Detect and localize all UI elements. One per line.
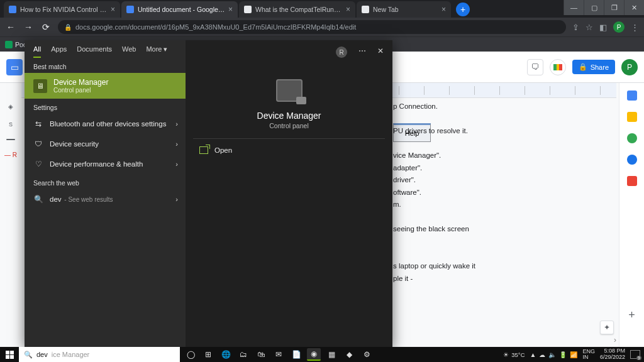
browser-tab[interactable]: New Tab ×	[357, 1, 451, 18]
back-button[interactable]: ←	[5, 22, 16, 32]
app-icon[interactable]: ▦	[325, 348, 338, 361]
restore-button[interactable]: ❐	[604, 0, 624, 15]
browser-tab[interactable]: What is the CompatTelRunner - C ×	[239, 1, 355, 18]
explorer-icon[interactable]: 🗂	[236, 348, 250, 361]
sun-icon: ☀	[503, 351, 509, 358]
reload-button[interactable]: ⟳	[40, 22, 52, 32]
forward-button[interactable]: →	[23, 22, 34, 32]
cortana-icon[interactable]: ◯	[184, 348, 197, 361]
tab-close-icon[interactable]: ×	[111, 5, 115, 14]
chrome-tab-strip: How to Fix NVIDIA Control Panel × Untitl…	[0, 0, 644, 18]
contacts-icon[interactable]	[627, 155, 637, 165]
share-page-icon[interactable]: ⇪	[572, 23, 579, 32]
doc-line	[393, 211, 607, 224]
taskbar-search-input[interactable]: 🔍 device Manager	[19, 347, 180, 362]
doc-line: p Connection.	[393, 101, 607, 113]
weather-widget[interactable]: ☀ 35°C	[503, 351, 525, 358]
settings-result[interactable]: 🛡 Device security ›	[25, 134, 186, 154]
keep-icon[interactable]	[627, 112, 637, 122]
maps-icon[interactable]	[627, 176, 637, 186]
start-menu-preview: R ⋯ ✕ Device Manager Control panel Open	[186, 40, 392, 347]
bluetooth-icon: ⇆	[33, 119, 43, 129]
taskbar-pinned: ◯ ⊞ 🌐 🗂 🛍 ✉ 📄 ◉ ▦ ◆ ⚙	[184, 348, 374, 361]
wifi-icon[interactable]: 📶	[570, 351, 577, 358]
doc-line: m.	[393, 199, 607, 211]
start-button[interactable]	[0, 347, 19, 362]
language-indicator[interactable]: ENG IN	[582, 349, 595, 360]
chrome-taskbar-icon[interactable]: ◉	[307, 348, 321, 361]
outline-toggle-icon[interactable]: ◈	[8, 103, 13, 110]
close-window-button[interactable]: ✕	[624, 0, 644, 15]
tray-overflow-icon[interactable]: ▲	[530, 351, 536, 358]
maximize-button[interactable]: ▢	[584, 0, 604, 15]
doc-line: driver".	[393, 174, 607, 187]
settings-result[interactable]: ⇆ Bluetooth and other devices settings ›	[25, 114, 186, 134]
favicon-icon	[244, 6, 252, 13]
clock[interactable]: 5:08 PM 6/29/2022	[600, 348, 625, 361]
web-result[interactable]: 🔍 dev - See web results ›	[25, 189, 186, 209]
lock-icon: 🔒	[579, 63, 587, 71]
battery-icon[interactable]: 🔋	[559, 351, 567, 358]
tasks-icon[interactable]	[627, 133, 637, 143]
chrome-menu-icon[interactable]: ⋮	[631, 23, 639, 32]
doc-line: adapter".	[393, 162, 607, 175]
account-avatar[interactable]: P	[621, 59, 638, 75]
share-button[interactable]: 🔒 Share	[572, 60, 615, 74]
browser-tab[interactable]: Untitled document - Google Doc ×	[121, 1, 238, 18]
calendar-icon[interactable]	[627, 90, 637, 101]
minimize-button[interactable]: —	[564, 0, 584, 15]
new-tab-button[interactable]: +	[456, 3, 470, 16]
filter-more[interactable]: More ▾	[146, 45, 167, 58]
filter-all[interactable]: All	[33, 45, 41, 58]
doc-line	[393, 138, 607, 150]
account-badge[interactable]: R	[336, 47, 347, 58]
docs-logo-icon[interactable]: ▭	[6, 59, 23, 75]
filter-apps[interactable]: Apps	[51, 45, 67, 58]
best-match-result[interactable]: 🖥 Device Manager Control panel	[25, 73, 186, 99]
filter-documents[interactable]: Documents	[77, 45, 112, 58]
office-icon[interactable]: 📄	[289, 348, 303, 361]
tab-title: New Tab	[373, 6, 439, 13]
action-center-icon[interactable]: 9	[630, 350, 640, 359]
extension-icon[interactable]: ◧	[599, 23, 607, 32]
scroll-right-icon[interactable]: ›	[614, 336, 616, 344]
url-input[interactable]: 🔒 docs.google.com/document/d/16pM5_9xA38…	[58, 20, 566, 34]
store-icon[interactable]: 🛍	[254, 348, 268, 361]
tab-close-icon[interactable]: ×	[228, 5, 233, 14]
bookmark-star-icon[interactable]: ☆	[586, 23, 593, 32]
meet-button[interactable]	[550, 59, 566, 75]
preview-title: Device Manager	[257, 111, 321, 121]
task-view-icon[interactable]: ⊞	[201, 348, 215, 361]
filter-web[interactable]: Web	[122, 45, 136, 58]
browser-tab[interactable]: How to Fix NVIDIA Control Panel ×	[4, 1, 120, 18]
app-icon[interactable]: ◆	[342, 348, 356, 361]
open-action[interactable]: Open	[186, 139, 392, 162]
tab-close-icon[interactable]: ×	[346, 5, 350, 14]
tab-title: What is the CompatTelRunner - C	[255, 6, 343, 13]
volume-icon[interactable]: 🔈	[548, 351, 556, 358]
search-icon: 🔍	[33, 194, 43, 204]
tab-close-icon[interactable]: ×	[441, 5, 446, 14]
addons-plus-icon[interactable]: +	[628, 309, 635, 322]
close-start-icon[interactable]: ✕	[377, 47, 384, 58]
search-icon: 🔍	[24, 351, 33, 359]
more-options-icon[interactable]: ⋯	[358, 47, 366, 58]
tray-icons[interactable]: ▲ ☁ 🔈 🔋 📶	[530, 351, 578, 358]
settings-taskbar-icon[interactable]: ⚙	[360, 348, 374, 361]
profile-avatar[interactable]: P	[613, 21, 625, 33]
explore-button[interactable]: ✦	[600, 321, 614, 334]
outline-marker: — R	[4, 151, 17, 158]
onedrive-icon[interactable]: ☁	[539, 351, 545, 358]
favicon-icon	[9, 6, 16, 13]
lock-icon: 🔒	[64, 24, 72, 31]
comment-history-button[interactable]: 🗨	[527, 59, 543, 75]
best-match-title: Device Manager	[53, 78, 108, 87]
document-body[interactable]: p Connection. PU drivers to resolve it. …	[393, 101, 607, 285]
mail-icon[interactable]: ✉	[272, 348, 286, 361]
doc-line: PU drivers to resolve it.	[393, 125, 607, 138]
settings-result[interactable]: ♡ Device performance & health ›	[25, 154, 186, 174]
edge-icon[interactable]: 🌐	[219, 348, 233, 361]
section-search-web: Search the web	[25, 174, 186, 189]
tab-title: Untitled document - Google Doc	[138, 6, 226, 13]
doc-line: ple it -	[393, 273, 607, 285]
